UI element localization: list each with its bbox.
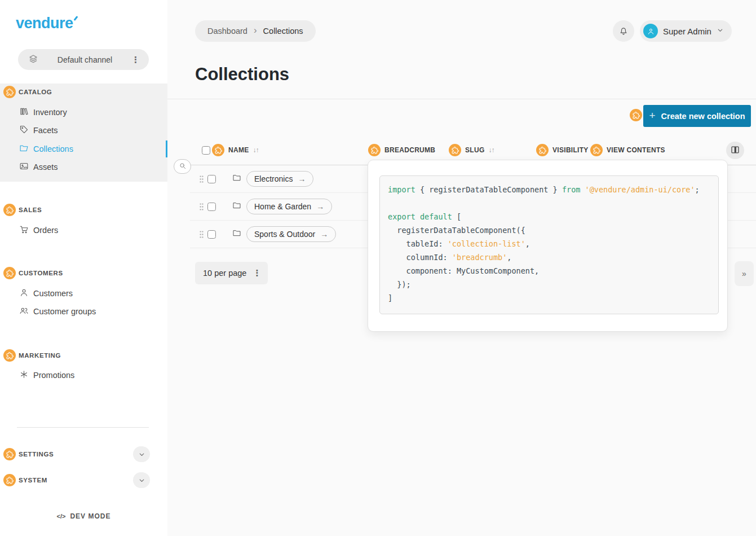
column-label: VISIBILITY (552, 146, 589, 154)
double-chevron-right-icon: » (742, 269, 746, 278)
sidebar-item-customers[interactable]: Customers (19, 287, 73, 300)
section-header-settings: SETTINGS (3, 448, 54, 460)
active-item-indicator (166, 140, 167, 157)
section-label: CUSTOMERS (19, 270, 63, 276)
section-label: CATALOG (19, 89, 52, 95)
section-header-customers: CUSTOMERS (3, 267, 63, 279)
cart-icon (19, 225, 29, 236)
sort-icon[interactable]: ↓↑ (489, 146, 494, 154)
search-icon (179, 162, 187, 172)
code-block: import { registerDataTableComponent } fr… (379, 175, 719, 314)
row-checkbox[interactable] (207, 203, 216, 211)
drag-handle-icon[interactable] (200, 175, 204, 183)
row-checkbox[interactable] (207, 175, 216, 183)
users-icon (19, 306, 29, 317)
channel-label: Default channel (38, 55, 131, 64)
sidebar-item-label: Orders (33, 226, 58, 235)
vendure-logo: vendure (16, 15, 77, 32)
columns-icon (731, 146, 740, 156)
plugin-badge-icon[interactable] (3, 349, 16, 362)
folder-icon (19, 143, 29, 155)
plugin-badge-icon[interactable] (630, 109, 642, 121)
sidebar-item-facets[interactable]: Facets (19, 124, 58, 137)
plugin-badge-icon[interactable] (3, 267, 16, 279)
section-header-system: SYSTEM (3, 474, 47, 486)
user-name: Super Admin (663, 27, 711, 36)
collection-name-link[interactable]: Electronics → (246, 171, 313, 187)
user-icon (19, 288, 29, 299)
sidebar-item-orders[interactable]: Orders (19, 223, 58, 237)
drag-handle-icon[interactable] (200, 203, 204, 210)
plugin-badge-icon[interactable] (449, 144, 461, 156)
collection-name: Sports & Outdoor (254, 230, 315, 239)
section-label: SALES (19, 207, 42, 213)
sidebar-item-label: Customers (33, 289, 73, 298)
section-header-marketing: MARKETING (3, 349, 61, 362)
sort-icon[interactable]: ↓↑ (253, 146, 259, 154)
folder-icon (232, 229, 241, 240)
row-checkbox[interactable] (207, 230, 216, 239)
plugin-badge-icon[interactable] (3, 474, 16, 486)
select-all-checkbox[interactable] (202, 146, 210, 155)
sidebar-item-label: Promotions (33, 371, 74, 380)
settings-expand-button[interactable] (133, 446, 150, 462)
breadcrumb-current[interactable]: Collections (263, 27, 303, 36)
code-line: registerDataTableComponent({ (388, 223, 718, 237)
sidebar-item-collections[interactable]: Collections (19, 142, 73, 156)
code-brackets-icon: </> (57, 513, 66, 520)
plus-icon: + (649, 109, 655, 122)
sidebar-item-promotions[interactable]: Promotions (19, 368, 74, 382)
plugin-badge-icon[interactable] (536, 144, 549, 156)
create-new-collection-button[interactable]: + Create new collection (643, 105, 751, 127)
bell-icon (618, 25, 629, 37)
column-header-name[interactable]: NAME ↓↑ (212, 144, 259, 156)
code-line (388, 196, 718, 210)
channel-switcher[interactable]: Default channel ⋮ (18, 49, 149, 70)
page-title: Collections (195, 64, 289, 85)
user-menu[interactable]: Super Admin (640, 20, 732, 42)
search-toggle-button[interactable] (174, 159, 191, 174)
arrow-right-icon: → (320, 230, 328, 239)
chevron-down-icon (717, 26, 724, 36)
arrow-right-icon: → (316, 202, 324, 211)
section-header-sales: SALES (3, 204, 42, 216)
section-header-catalog: CATALOG (3, 86, 52, 98)
section-label: MARKETING (19, 352, 61, 359)
kebab-icon[interactable]: ⋮ (131, 55, 140, 65)
plugin-badge-icon[interactable] (368, 144, 381, 156)
notifications-button[interactable] (613, 20, 634, 42)
avatar (643, 24, 658, 38)
chevron-right-icon: › (254, 25, 257, 36)
dev-mode-toggle[interactable]: </> DEV MODE (0, 512, 167, 520)
folder-icon (232, 201, 241, 212)
system-expand-button[interactable] (133, 472, 150, 488)
collection-name-link[interactable]: Home & Garden → (246, 199, 332, 214)
column-header-slug[interactable]: SLUG ↓↑ (449, 144, 494, 156)
sidebar-item-inventory[interactable]: Inventory (19, 106, 67, 119)
items-per-page-select[interactable]: 10 per page ⋮ (195, 262, 268, 284)
next-page-button[interactable]: » (735, 261, 754, 286)
header-divider (167, 99, 756, 99)
sidebar: vendure Default channel ⋮ CATALOG Invent… (0, 0, 167, 536)
collection-name-link[interactable]: Sports & Outdoor → (246, 226, 336, 242)
code-line: export default [ (388, 210, 718, 223)
column-label: BREADCRUMB (384, 146, 435, 154)
plugin-badge-icon[interactable] (3, 448, 16, 460)
plugin-badge-icon[interactable] (212, 144, 224, 156)
sidebar-item-customer-groups[interactable]: Customer groups (19, 305, 96, 318)
promotions-icon (19, 370, 29, 381)
layers-icon (28, 54, 38, 66)
column-picker-button[interactable] (726, 142, 744, 159)
sidebar-item-assets[interactable]: Assets (19, 160, 58, 174)
collection-name: Home & Garden (254, 202, 311, 211)
code-line: }); (388, 278, 718, 291)
column-header-breadcrumb: BREADCRUMB (368, 144, 435, 156)
breadcrumb-link-dashboard[interactable]: Dashboard (207, 27, 247, 36)
plugin-badge-icon[interactable] (590, 144, 603, 156)
plugin-badge-icon[interactable] (3, 86, 16, 98)
per-page-label: 10 per page (203, 269, 246, 278)
drag-handle-icon[interactable] (200, 231, 204, 238)
plugin-badge-icon[interactable] (3, 204, 16, 216)
code-line: tableId: 'collection-list', (388, 237, 718, 251)
code-line: component: MyCustomComponent, (388, 264, 718, 278)
